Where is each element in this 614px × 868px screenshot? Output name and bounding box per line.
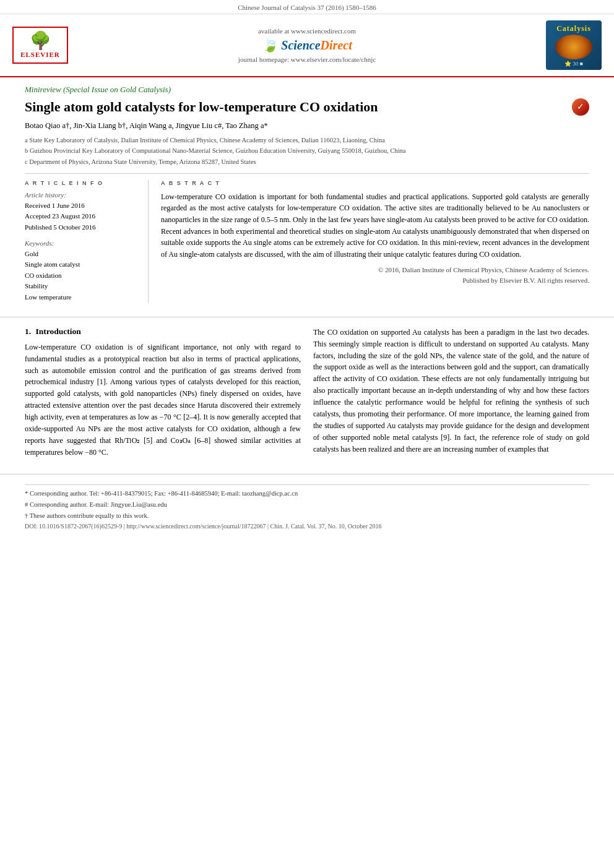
doi-line: DOI: 10.1016/S1872-2067(16)62529-9 | htt… (25, 523, 589, 530)
keyword-lowtemp: Low temperature (25, 292, 139, 303)
abstract-col: A B S T R A C T Low-temperature CO oxida… (161, 180, 589, 303)
accepted-date: Accepted 23 August 2016 (25, 211, 139, 222)
footnote-divider (25, 484, 589, 485)
elsevier-logo: 🌳 ELSEVIER (12, 27, 68, 64)
minireview-label: Minireview (Special Issue on Gold Cataly… (25, 85, 589, 95)
intro-left-paragraph: Low-temperature CO oxidation is of signi… (25, 342, 301, 459)
affiliation-c: c Department of Physics, Arizona State U… (25, 157, 589, 167)
keyword-sac: Single atom catalyst (25, 259, 139, 270)
keywords-section: Keywords: Gold Single atom catalyst CO o… (25, 239, 139, 303)
catalysis-image (555, 35, 592, 59)
sd-leaf-icon: 🍃 (262, 37, 279, 53)
catalysis-badge: Catalysis ⭐ 30 ■ (546, 20, 602, 70)
keyword-stability: Stability (25, 281, 139, 292)
article-info-header: A R T I C L E I N F O (25, 180, 139, 186)
footnotes-section: * Corresponding author. Tel: +86-411-843… (0, 474, 614, 536)
history-label: Article history: (25, 191, 139, 199)
article-info-col: A R T I C L E I N F O Article history: R… (25, 180, 149, 303)
keyword-gold: Gold (25, 249, 139, 260)
elsevier-tree-icon: 🌳 (30, 32, 51, 49)
elsevier-label: ELSEVIER (20, 51, 60, 58)
received-date: Received 1 June 2016 (25, 200, 139, 212)
article-body: Minireview (Special Issue on Gold Cataly… (0, 77, 614, 311)
header-divider (25, 173, 589, 174)
sciencedirect-logo: 🍃 ScienceDirect (262, 37, 352, 53)
catalysis-label: Catalysis (556, 24, 591, 33)
header-middle: available at www.sciencedirect.com 🍃 Sci… (74, 27, 540, 63)
footnote-corresponding2: # Corresponding author. E-mail: Jingyue.… (25, 500, 589, 510)
introduction-section: 1. Introduction Low-temperature CO oxida… (25, 327, 589, 459)
published-date: Published 5 October 2016 (25, 222, 139, 233)
footnote-equal: † These authors contribute equally to th… (25, 511, 589, 521)
badge-info: ⭐ 30 ■ (564, 61, 583, 67)
keyword-co: CO oxidation (25, 270, 139, 281)
affiliation-b: b Guizhou Provincial Key Laboratory of C… (25, 146, 589, 156)
intro-left: 1. Introduction Low-temperature CO oxida… (25, 327, 301, 459)
available-text: available at www.sciencedirect.com (258, 27, 356, 35)
intro-title: 1. Introduction (25, 327, 301, 337)
journal-citation: Chinese Journal of Catalysis 37 (2016) 1… (0, 0, 614, 14)
affiliation-a: a State Key Laboratory of Catalysis, Dal… (25, 135, 589, 145)
journal-url: journal homepage: www.elsevier.com/locat… (238, 56, 376, 63)
abstract-header: A B S T R A C T (161, 180, 589, 186)
main-content: 1. Introduction Low-temperature CO oxida… (0, 317, 614, 468)
footnote-corresponding1: * Corresponding author. Tel: +86-411-843… (25, 489, 589, 499)
article-title: Single atom gold catalysts for low-tempe… (25, 98, 562, 116)
intro-right-paragraph: The CO oxidation on supported Au catalys… (313, 327, 589, 455)
copyright-text: © 2016, Dalian Institute of Chemical Phy… (161, 265, 589, 285)
article-history: Article history: Received 1 June 2016 Ac… (25, 191, 139, 233)
affiliations: a State Key Laboratory of Catalysis, Dal… (25, 135, 589, 167)
keywords-label: Keywords: (25, 239, 139, 247)
journal-header: 🌳 ELSEVIER available at www.sciencedirec… (0, 14, 614, 77)
intro-right: The CO oxidation on supported Au catalys… (313, 327, 589, 459)
info-abstract-section: A R T I C L E I N F O Article history: R… (25, 180, 589, 303)
abstract-text: Low-temperature CO oxidation is importan… (161, 191, 589, 260)
crossmark-icon: ✓ (572, 98, 589, 116)
sd-text: ScienceDirect (281, 38, 352, 53)
authors-line: Botao Qiao a†, Jin-Xia Liang b†, Aiqin W… (25, 121, 589, 131)
